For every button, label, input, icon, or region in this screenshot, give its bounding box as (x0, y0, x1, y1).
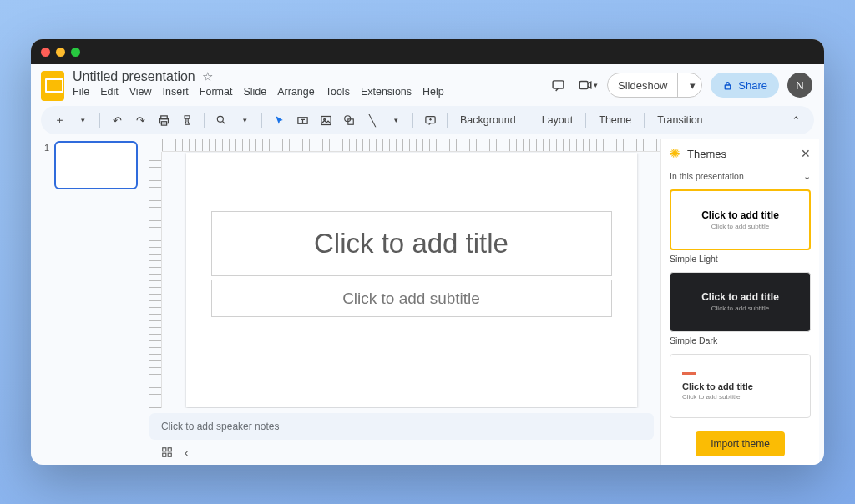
filmstrip-slide-1[interactable]: 1 (41, 141, 149, 189)
chevron-down-icon: ▾ (594, 81, 598, 89)
theme-streamline[interactable]: Click to add title Click to add subtitle (670, 354, 811, 418)
line-menu-chevron[interactable]: ▾ (386, 110, 406, 130)
chevron-down-icon: ⌄ (803, 171, 811, 181)
svg-rect-2 (726, 84, 731, 88)
subtitle-placeholder[interactable]: Click to add subtitle (211, 280, 612, 317)
accent-bar-icon (682, 372, 696, 375)
new-slide-button[interactable]: ＋ (49, 110, 69, 130)
slideshow-label: Slideshow (618, 79, 667, 92)
header: Untitled presentation ☆ File Edit View I… (31, 64, 824, 106)
menu-insert[interactable]: Insert (163, 86, 189, 98)
background-button[interactable]: Background (454, 114, 522, 126)
bottom-bar: ‹ (149, 440, 660, 465)
slide-number: 1 (41, 141, 49, 189)
menu-tools[interactable]: Tools (326, 86, 350, 98)
slide-stage[interactable]: Click to add title Click to add subtitle (162, 152, 660, 408)
theme-name-label: Simple Dark (670, 335, 811, 345)
app-window: Untitled presentation ☆ File Edit View I… (31, 39, 824, 465)
undo-button[interactable]: ↶ (107, 110, 127, 130)
theme-button[interactable]: Theme (593, 114, 637, 126)
canvas-area: Click to add title Click to add subtitle… (149, 139, 660, 465)
theme-list[interactable]: Click to add title Click to add subtitle… (661, 184, 819, 423)
collapse-toolbar-chevron[interactable]: ⌃ (786, 110, 806, 130)
slides-app-icon (41, 71, 64, 101)
themes-section-toggle[interactable]: In this presentation ⌄ (661, 168, 819, 184)
themes-icon: ✺ (670, 146, 680, 161)
transition-button[interactable]: Transition (651, 114, 708, 126)
import-theme-button[interactable]: Import theme (696, 431, 785, 456)
window-minimize-button[interactable] (56, 48, 65, 57)
menu-help[interactable]: Help (422, 86, 444, 98)
theme-simple-dark[interactable]: Click to add title Click to add subtitle (670, 272, 811, 332)
themes-panel-title: Themes (687, 148, 726, 160)
title-placeholder[interactable]: Click to add title (211, 211, 612, 276)
speaker-notes[interactable]: Click to add speaker notes (149, 413, 654, 440)
comment-history-icon[interactable] (547, 74, 569, 96)
prev-slide-chevron[interactable]: ‹ (185, 446, 188, 459)
share-button[interactable]: Share (711, 73, 779, 98)
select-tool[interactable] (269, 110, 289, 130)
image-tool[interactable] (316, 110, 336, 130)
menu-arrange[interactable]: Arrange (277, 86, 314, 98)
zoom-menu-chevron[interactable]: ▾ (235, 110, 255, 130)
window-close-button[interactable] (41, 48, 50, 57)
paint-format-button[interactable] (177, 110, 197, 130)
shape-tool[interactable] (339, 110, 359, 130)
filmstrip: 1 (41, 139, 149, 465)
share-label: Share (738, 79, 767, 92)
menu-slide[interactable]: Slide (243, 86, 266, 98)
new-slide-menu-chevron[interactable]: ▾ (73, 110, 93, 130)
line-tool[interactable]: ╲ (362, 110, 382, 130)
toolbar: ＋ ▾ ↶ ↷ ▾ ╲ ▾ (41, 106, 814, 134)
window-zoom-button[interactable] (71, 48, 80, 57)
textbox-tool[interactable] (292, 110, 312, 130)
ruler-vertical (149, 152, 162, 408)
svg-rect-0 (553, 80, 564, 88)
svg-point-6 (217, 116, 223, 122)
close-panel-button[interactable]: ✕ (801, 147, 811, 160)
comment-button[interactable] (420, 110, 440, 130)
menu-view[interactable]: View (129, 86, 152, 98)
slideshow-options-chevron[interactable]: ▾ (683, 79, 701, 92)
meet-present-icon[interactable]: ▾ (577, 74, 599, 96)
slide[interactable]: Click to add title Click to add subtitle (186, 153, 637, 407)
star-icon[interactable]: ☆ (202, 69, 213, 84)
titlebar (31, 39, 824, 64)
slideshow-button[interactable]: Slideshow ▾ (607, 73, 702, 98)
svg-rect-16 (168, 453, 171, 456)
explore-grid-icon[interactable] (161, 446, 173, 458)
print-button[interactable] (154, 110, 174, 130)
menu-format[interactable]: Format (200, 86, 233, 98)
svg-rect-1 (579, 82, 588, 89)
document-title[interactable]: Untitled presentation (73, 69, 195, 84)
svg-rect-14 (168, 448, 171, 451)
menu-edit[interactable]: Edit (100, 86, 119, 98)
theme-name-label: Simple Light (670, 254, 811, 264)
themes-panel: ✺ Themes ✕ In this presentation ⌄ Click … (660, 139, 819, 465)
zoom-button[interactable] (211, 110, 231, 130)
slide-thumbnail[interactable] (54, 141, 138, 189)
svg-rect-13 (163, 448, 166, 451)
menu-bar: File Edit View Insert Format Slide Arran… (73, 86, 539, 98)
layout-button[interactable]: Layout (536, 114, 579, 126)
menu-extensions[interactable]: Extensions (361, 86, 412, 98)
workspace: 1 Click to add title Click to add subtit… (31, 139, 824, 465)
lock-icon (722, 80, 733, 91)
svg-rect-8 (321, 116, 330, 124)
account-avatar[interactable]: N (787, 73, 812, 98)
ruler-horizontal (162, 139, 660, 152)
svg-rect-15 (163, 453, 166, 456)
theme-simple-light[interactable]: Click to add title Click to add subtitle (670, 189, 811, 250)
redo-button[interactable]: ↷ (130, 110, 150, 130)
menu-file[interactable]: File (73, 86, 89, 98)
svg-rect-11 (348, 119, 353, 124)
